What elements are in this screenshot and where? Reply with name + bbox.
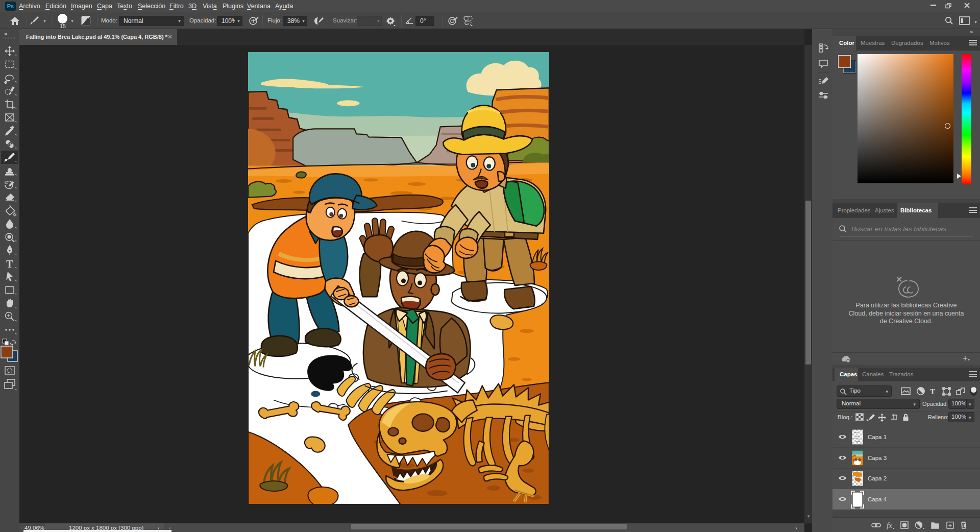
svg-text:fx: fx xyxy=(887,521,892,529)
svg-text:T: T xyxy=(930,388,935,396)
svg-text:T: T xyxy=(6,258,13,270)
